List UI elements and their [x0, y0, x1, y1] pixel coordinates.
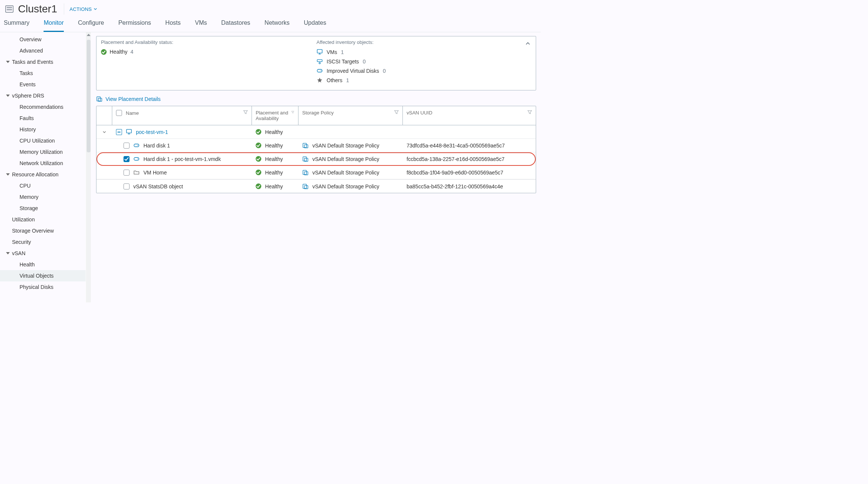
uuid-value: fccbcd5a-138a-2257-e16d-0050569ae5c7: [407, 156, 505, 162]
sidebar-item-security[interactable]: Security: [0, 236, 86, 248]
object-name: Hard disk 1 - poc-test-vm-1.vmdk: [143, 156, 221, 162]
affected-object-label: ISCSI Targets: [327, 59, 359, 65]
scroll-up-arrow-icon[interactable]: [87, 34, 90, 36]
affected-object-count: 0: [363, 59, 366, 65]
caret-down-icon: [6, 173, 10, 176]
sidebar-item-cpu-utilization[interactable]: CPU Utilization: [0, 135, 86, 146]
table-row[interactable]: poc-test-vm-1Healthy: [96, 125, 536, 139]
select-all-checkbox[interactable]: [116, 110, 122, 116]
panel-collapse-button[interactable]: [525, 41, 530, 46]
sidebar-item-storage-overview[interactable]: Storage Overview: [0, 225, 86, 236]
scroll-thumb[interactable]: [87, 40, 90, 152]
divider: [64, 3, 64, 15]
col-uuid-header[interactable]: vSAN UUID: [403, 106, 536, 125]
caret-down-icon: [6, 251, 10, 255]
sidebar-scrollbar[interactable]: [86, 32, 91, 302]
sidebar-item-tasks[interactable]: Tasks: [0, 68, 86, 79]
placement-status-col: Placement and Availability status: Healt…: [101, 39, 316, 86]
sidebar-item-resource-allocation[interactable]: Resource Allocation: [0, 169, 86, 180]
sidebar-item-label: Virtual Objects: [20, 273, 54, 279]
sidebar-item-recommendations[interactable]: Recommendations: [0, 101, 86, 113]
sidebar-item-overview[interactable]: Overview: [0, 34, 86, 45]
tab-datastores[interactable]: Datastores: [221, 17, 250, 32]
col-placement-header[interactable]: Placement and Availability: [252, 106, 298, 125]
collapse-minus-icon[interactable]: [116, 129, 122, 135]
sidebar-item-events[interactable]: Events: [0, 79, 86, 90]
tab-hosts[interactable]: Hosts: [165, 17, 181, 32]
disk-icon: [316, 68, 323, 74]
table-row[interactable]: Hard disk 1 - poc-test-vm-1.vmdkHealthyv…: [96, 152, 536, 166]
healthy-icon: [101, 49, 107, 55]
sidebar-item-network-utilization[interactable]: Network Utilization: [0, 158, 86, 169]
vm-name-link[interactable]: poc-test-vm-1: [136, 129, 168, 135]
view-placement-details-link[interactable]: View Placement Details: [96, 96, 161, 102]
sidebar-item-history[interactable]: History: [0, 124, 86, 135]
virtual-objects-table: Name Placement and Availability Storage …: [96, 106, 536, 193]
object-name: VM Home: [143, 170, 167, 176]
tab-configure[interactable]: Configure: [78, 17, 104, 32]
sidebar-item-memory[interactable]: Memory: [0, 191, 86, 203]
expand-cell[interactable]: [96, 130, 112, 134]
sidebar-item-memory-utilization[interactable]: Memory Utilization: [0, 146, 86, 158]
table-row[interactable]: VM HomeHealthyvSAN Default Storage Polic…: [96, 166, 536, 179]
actions-menu-button[interactable]: ACTIONS: [69, 6, 97, 12]
policy-cell: vSAN Default Storage Policy: [298, 156, 403, 162]
sidebar-item-label: Physical Disks: [20, 284, 53, 290]
sidebar-item-label: Events: [20, 81, 36, 87]
health-label: Healthy: [265, 143, 283, 149]
table-row[interactable]: vSAN StatsDB objectHealthyvSAN Default S…: [96, 179, 536, 193]
chevron-down-icon: [93, 7, 97, 11]
row-checkbox[interactable]: [124, 143, 130, 149]
sidebar-item-storage[interactable]: Storage: [0, 203, 86, 214]
table-row[interactable]: Hard disk 1HealthyvSAN Default Storage P…: [96, 139, 536, 152]
placement-cell: Healthy: [252, 183, 298, 189]
row-checkbox[interactable]: [124, 183, 130, 189]
filter-icon[interactable]: [243, 110, 248, 114]
sidebar-item-advanced[interactable]: Advanced: [0, 45, 86, 56]
health-label: Healthy: [265, 129, 283, 135]
sidebar-item-health[interactable]: Health: [0, 259, 86, 270]
sidebar-item-label: Storage: [20, 205, 38, 211]
uuid-value: ba85cc5a-b452-2fbf-121c-0050569a4c4e: [407, 183, 503, 189]
sidebar-item-vsan[interactable]: vSAN: [0, 248, 86, 259]
iscsi-icon: [316, 58, 323, 65]
sidebar-item-physical-disks[interactable]: Physical Disks: [0, 281, 86, 293]
tab-monitor[interactable]: Monitor: [44, 17, 63, 32]
col-name-label: Name: [126, 110, 139, 116]
affected-object-count: 1: [341, 49, 344, 55]
sidebar-item-utilization[interactable]: Utilization: [0, 214, 86, 225]
sidebar-item-cpu[interactable]: CPU: [0, 180, 86, 191]
name-cell: Hard disk 1: [112, 142, 252, 149]
healthy-icon: [256, 183, 261, 189]
caret-down-icon: [6, 94, 10, 98]
chevron-down-icon[interactable]: [102, 130, 106, 134]
affected-objects-col: Affected inventory objects: VMs1ISCSI Ta…: [316, 39, 532, 86]
row-checkbox[interactable]: [124, 170, 130, 176]
filter-icon[interactable]: [291, 110, 294, 114]
name-cell: Hard disk 1 - poc-test-vm-1.vmdk: [112, 156, 252, 162]
affected-object-label: Others: [327, 77, 342, 83]
tab-permissions[interactable]: Permissions: [118, 17, 151, 32]
tab-vms[interactable]: VMs: [195, 17, 207, 32]
affected-object-row: Improved Virtual Disks0: [316, 68, 524, 74]
uuid-value: 73dfcd5a-e448-8e31-4ca5-0050569ae5c7: [407, 143, 505, 149]
sidebar-item-vsphere-drs[interactable]: vSphere DRS: [0, 90, 86, 101]
tab-summary[interactable]: Summary: [4, 17, 29, 32]
row-checkbox[interactable]: [124, 156, 130, 162]
tab-networks[interactable]: Networks: [265, 17, 290, 32]
other-icon: [316, 77, 323, 83]
col-name-header[interactable]: Name: [112, 106, 252, 125]
sidebar-item-virtual-objects[interactable]: Virtual Objects: [0, 270, 86, 281]
sidebar-item-faults[interactable]: Faults: [0, 113, 86, 124]
filter-icon[interactable]: [527, 110, 532, 114]
sidebar-item-tasks-and-events[interactable]: Tasks and Events: [0, 56, 86, 68]
sidebar-item-label: Overview: [20, 36, 41, 42]
sidebar-item-label: Faults: [20, 115, 34, 121]
affected-object-row: Others1: [316, 77, 524, 83]
filter-icon[interactable]: [394, 110, 399, 114]
sidebar-item-label: Security: [12, 239, 31, 245]
sidebar-item-label: Recommendations: [20, 104, 63, 110]
col-policy-header[interactable]: Storage Policy: [298, 106, 403, 125]
tab-updates[interactable]: Updates: [304, 17, 326, 32]
col-policy-label: Storage Policy: [302, 110, 334, 116]
